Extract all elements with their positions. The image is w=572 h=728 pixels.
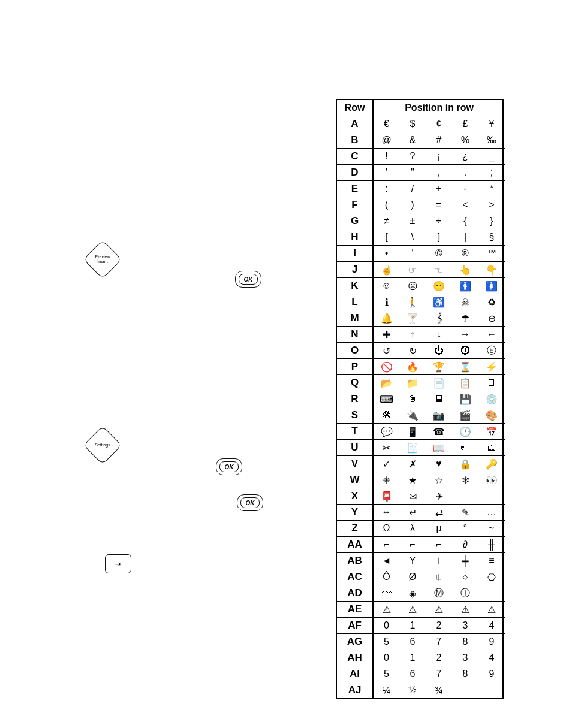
row-label: S	[337, 407, 373, 424]
row-label: F	[337, 197, 373, 213]
symbol-cell	[478, 585, 505, 602]
preview-label: Preview	[95, 255, 110, 259]
symbol-cell: 🛠	[373, 407, 399, 424]
symbol-cell: -	[452, 181, 478, 197]
row-label: G	[337, 213, 373, 229]
symbol-cell: .	[452, 165, 478, 181]
symbol-cell: 🖥	[426, 391, 452, 407]
symbol-cell: λ	[399, 521, 426, 537]
ok-key-3[interactable]: OK	[237, 494, 263, 511]
symbol-cell: 💬	[373, 424, 399, 440]
row-label: L	[337, 294, 373, 310]
symbol-cell: ✈	[426, 488, 452, 505]
symbol-cell: 0	[373, 650, 399, 666]
symbol-cell: 👇	[478, 262, 505, 278]
symbol-cell: Ø	[399, 569, 426, 585]
symbol-cell: ✓	[373, 456, 399, 472]
table-row: ACÔØ⎅⎏⎔	[337, 569, 505, 585]
symbol-cell: 7	[426, 666, 452, 682]
row-label: AC	[337, 569, 373, 585]
symbol-cell: ☺	[373, 278, 399, 294]
symbol-cell: ⏼	[452, 343, 478, 359]
row-label: T	[337, 424, 373, 440]
table-row: S🛠🔌📷🎬🎨	[337, 407, 505, 424]
symbol-cell: #	[426, 132, 452, 149]
symbol-cell: ⇄	[426, 505, 452, 521]
symbol-cell: ~	[478, 521, 505, 537]
tab-key[interactable]: ⇥	[105, 554, 131, 573]
symbol-cell: 🔔	[373, 310, 399, 327]
table-row: D'",.;	[337, 165, 505, 181]
ok-label-3: OK	[240, 497, 260, 508]
symbol-cell: ⚠	[426, 602, 452, 618]
table-row: M🔔🍸𝄞☂⊖	[337, 310, 505, 327]
tab-icon: ⇥	[115, 559, 122, 569]
row-label: AE	[337, 602, 373, 618]
ok-key-2[interactable]: OK	[216, 458, 242, 475]
symbol-cell: ∂	[452, 537, 478, 553]
symbol-cell: ✂	[373, 440, 399, 456]
row-label: V	[337, 456, 373, 472]
row-label: H	[337, 229, 373, 246]
table-row: X📮✉✈	[337, 488, 505, 505]
row-label: X	[337, 488, 373, 505]
symbol-cell: ≠	[373, 213, 399, 229]
symbol-cell: ℹ	[373, 294, 399, 310]
symbol-cell: ✚	[373, 327, 399, 343]
symbol-cell: 3	[452, 650, 478, 666]
row-label: O	[337, 343, 373, 359]
table-row: AJ¼½¾	[337, 682, 505, 699]
symbol-cell: 1	[399, 650, 426, 666]
row-label: C	[337, 149, 373, 165]
symbol-cell: 🔌	[399, 407, 426, 424]
symbol-cell: 👆	[452, 262, 478, 278]
ok-key-1[interactable]: OK	[235, 271, 261, 288]
symbol-cell: ,	[426, 165, 452, 181]
symbol-cell: °	[452, 521, 478, 537]
symbol-cell: 🎬	[452, 407, 478, 424]
table-row: A€$¢£¥	[337, 116, 505, 132]
symbol-cell: ©	[426, 246, 452, 262]
symbol-cell: Ⓔ	[478, 343, 505, 359]
table-row: P🚫🔥🏆⌛⚡	[337, 359, 505, 375]
row-label: Q	[337, 375, 373, 391]
row-label: R	[337, 391, 373, 407]
table-row: AE⚠⚠⚠⚠⚠	[337, 602, 505, 618]
table-row: AB◄Y⊥╪≡	[337, 553, 505, 569]
table-row: V✓✗♥🔒🔑	[337, 456, 505, 472]
symbol-cell: 9	[478, 666, 505, 682]
symbol-cell: '	[373, 165, 399, 181]
symbol-cell: ☎	[426, 424, 452, 440]
symbol-cell: ⎅	[426, 569, 452, 585]
symbol-cell: <	[452, 197, 478, 213]
symbol-cell: ⌛	[452, 359, 478, 375]
symbol-table: Row Position in row A€$¢£¥B@&#%‰C!?¡¿_D'…	[336, 99, 504, 699]
symbol-cell: 2	[426, 618, 452, 634]
row-label: AD	[337, 585, 373, 602]
row-label: Z	[337, 521, 373, 537]
symbol-cell: +	[426, 181, 452, 197]
symbol-cell: μ	[426, 521, 452, 537]
symbol-cell: 🚶	[399, 294, 426, 310]
table-row: N✚↑↓→←	[337, 327, 505, 343]
preview-insert-key[interactable]: Preview Insert	[83, 240, 122, 279]
symbol-cell: ↺	[373, 343, 399, 359]
symbol-cell: 🍸	[399, 310, 426, 327]
symbol-cell: :	[373, 181, 399, 197]
ok-label-1: OK	[239, 274, 258, 285]
symbol-cell: ♥	[426, 456, 452, 472]
symbol-cell	[452, 488, 478, 505]
symbol-cell: ╪	[452, 553, 478, 569]
symbol-cell: 8	[452, 666, 478, 682]
symbol-cell: ☞	[399, 262, 426, 278]
row-label: AH	[337, 650, 373, 666]
symbol-cell: 6	[399, 666, 426, 682]
symbol-cell: ]	[426, 229, 452, 246]
symbol-cell: ☆	[426, 472, 452, 488]
settings-key[interactable]: Settings	[83, 425, 122, 464]
symbol-cell: \	[399, 229, 426, 246]
symbol-cell: /	[399, 181, 426, 197]
symbol-cell: 7	[426, 634, 452, 650]
table-row: U✂🧾📖🏷🗂	[337, 440, 505, 456]
row-label: J	[337, 262, 373, 278]
